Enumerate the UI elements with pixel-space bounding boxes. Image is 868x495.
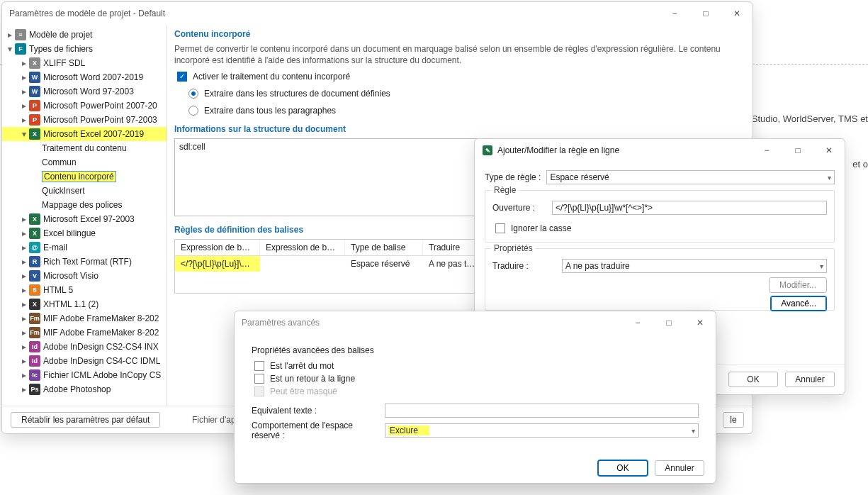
linebreak-row[interactable]: Est un retour à la ligne (252, 372, 699, 385)
chevron-right-icon[interactable]: ▸ (19, 384, 29, 394)
cell-open-expr: </?[\p{Ll}\p{Lu}]\w*[… (175, 256, 260, 272)
translate-combo[interactable]: A ne pas traduire ▾ (562, 259, 827, 273)
cell-close-expr (260, 256, 345, 272)
reset-defaults-button[interactable]: Rétablir les paramètres par défaut (11, 412, 160, 428)
chevron-right-icon[interactable]: ▸ (19, 214, 29, 224)
tree-item[interactable]: ▸FmMIF Adobe FrameMaker 8-202 (2, 311, 167, 326)
tree-item[interactable]: ▸WMicrosoft Word 97-2003 (2, 84, 167, 99)
chevron-right-icon[interactable]: ▸ (19, 370, 29, 380)
window-title: Ajouter/Modifier la règle en ligne (497, 145, 751, 155)
stopword-row[interactable]: Est l'arrêt du mot (252, 360, 699, 372)
chevron-right-icon[interactable]: ▸ (19, 243, 29, 252)
tree-item-excel2007[interactable]: ▾XMicrosoft Excel 2007-2019 (2, 127, 167, 141)
ignore-case-row[interactable]: Ignorer la casse (492, 222, 827, 235)
tree-item[interactable]: ▸PMicrosoft PowerPoint 97-2003 (2, 113, 167, 127)
tree-panel[interactable]: ▸ ≡ Modèle de projet ▾ F Types de fichie… (2, 25, 167, 406)
tree-item[interactable]: ▸5HTML 5 (2, 283, 167, 297)
tree-item[interactable]: ▸IdAdobe InDesign CS2-CS4 INX (2, 340, 167, 354)
equiv-label: Equivalent texte : (252, 406, 379, 416)
chevron-right-icon[interactable]: ▸ (19, 115, 29, 125)
tree-label: Contenu incorporé (42, 171, 116, 182)
chevron-right-icon[interactable]: ▸ (19, 356, 29, 366)
chevron-right-icon[interactable]: ▸ (19, 285, 29, 295)
footer-le-button[interactable]: le (723, 412, 744, 428)
cancel-button[interactable]: Annuler (655, 460, 704, 476)
ignore-case-checkbox[interactable] (495, 223, 505, 233)
chevron-right-icon[interactable]: ▸ (19, 72, 29, 82)
activate-checkbox[interactable]: ✓ (177, 72, 187, 82)
tree-item[interactable]: ▸VMicrosoft Visio (2, 269, 167, 283)
chevron-down-icon[interactable]: ▾ (5, 44, 15, 54)
col-open-expr[interactable]: Expression de bali… (175, 240, 260, 255)
chevron-down-icon: ▾ (828, 174, 831, 182)
minimize-button[interactable]: − (622, 311, 653, 334)
close-button[interactable]: ✕ (684, 311, 716, 334)
tree-subitem[interactable]: QuickInsert (2, 184, 167, 198)
ok-button[interactable]: OK (728, 372, 778, 387)
advanced-button[interactable]: Avancé... (770, 296, 827, 311)
powerpoint-icon: P (29, 114, 40, 126)
radio-structures[interactable] (188, 89, 198, 99)
tree-item[interactable]: ▸WMicrosoft Word 2007-2019 (2, 70, 167, 84)
tree-item[interactable]: ▸PsAdobe Photoshop (2, 382, 167, 396)
chevron-right-icon[interactable]: ▸ (5, 30, 15, 40)
tree-item[interactable]: ▸PMicrosoft PowerPoint 2007-20 (2, 99, 167, 113)
cell-tag-type: Espace réservé (345, 256, 423, 272)
cancel-button[interactable]: Annuler (785, 372, 835, 387)
radio-all-row[interactable]: Extraire dans tous les paragraphes (174, 104, 744, 117)
chevron-right-icon[interactable]: ▸ (19, 87, 29, 96)
tree-label: Microsoft Excel 2007-2019 (43, 129, 144, 139)
col-close-expr[interactable]: Expression de bali… (260, 240, 345, 255)
equiv-textbox[interactable] (385, 404, 699, 418)
chevron-right-icon[interactable]: ▸ (19, 313, 29, 323)
ok-button[interactable]: OK (598, 460, 648, 476)
close-button[interactable]: ✕ (721, 2, 753, 25)
tree-label: Modèle de projet (29, 30, 92, 40)
chevron-right-icon[interactable]: ▸ (19, 342, 29, 352)
close-button[interactable]: ✕ (813, 139, 845, 162)
minimize-button[interactable]: − (751, 139, 782, 162)
maximize-button[interactable]: □ (782, 139, 813, 162)
tree-item[interactable]: ▸XExcel bilingue (2, 226, 167, 240)
activate-row[interactable]: ✓ Activer le traitement du contenu incor… (174, 70, 744, 83)
chevron-right-icon[interactable]: ▸ (19, 228, 29, 238)
tree-item[interactable]: ▸FmMIF Adobe FrameMaker 8-202 (2, 326, 167, 340)
tree-subitem[interactable]: Commun (2, 155, 167, 169)
radio-all[interactable] (188, 106, 198, 116)
chevron-right-icon[interactable]: ▸ (19, 299, 29, 309)
tree-item[interactable]: ▸XXLIFF SDL (2, 56, 167, 70)
modify-button[interactable]: Modifier... (769, 277, 827, 293)
project-icon: ≡ (15, 29, 26, 40)
tree-subitem-embedded-content[interactable]: Contenu incorporé (2, 169, 167, 184)
equiv-row: Equivalent texte : (252, 404, 699, 418)
tree-item[interactable]: ▸XMicrosoft Excel 97-2003 (2, 212, 167, 226)
tree-types[interactable]: ▾ F Types de fichiers (2, 42, 167, 56)
chevron-right-icon[interactable]: ▸ (19, 328, 29, 338)
chevron-down-icon[interactable]: ▾ (19, 129, 29, 139)
minimize-button[interactable]: − (659, 2, 690, 25)
maximize-button[interactable]: □ (653, 311, 684, 334)
doc-structure-value: sdl:cell (179, 142, 205, 152)
chevron-right-icon[interactable]: ▸ (19, 271, 29, 281)
tree-subitem[interactable]: Mappage des polices (2, 198, 167, 212)
tree-root[interactable]: ▸ ≡ Modèle de projet (2, 28, 167, 42)
tree-item[interactable]: ▸IdAdobe InDesign CS4-CC IDML (2, 354, 167, 368)
tree-item[interactable]: ▸RRich Text Format (RTF) (2, 255, 167, 269)
col-tag-type[interactable]: Type de balise (345, 240, 423, 255)
tree-item[interactable]: ▸IcFichier ICML Adobe InCopy CS (2, 368, 167, 382)
tree-item[interactable]: ▸XXHTML 1.1 (2) (2, 297, 167, 311)
translate-value: A ne pas traduire (565, 261, 630, 271)
chevron-right-icon[interactable]: ▸ (19, 101, 29, 111)
linebreak-checkbox[interactable] (254, 374, 264, 384)
radio-structures-row[interactable]: Extraire dans les structures de document… (174, 87, 744, 100)
stopword-checkbox[interactable] (254, 361, 264, 371)
chevron-right-icon[interactable]: ▸ (19, 257, 29, 267)
tree-item[interactable]: ▸@E-mail (2, 240, 167, 255)
tree-subitem[interactable]: Traitement du contenu (2, 141, 167, 155)
rule-type-combo[interactable]: Espace réservé ▾ (546, 170, 835, 184)
chevron-right-icon[interactable]: ▸ (19, 58, 29, 68)
opening-textbox[interactable]: </?[\p{Ll}\p{Lu}]\w*[^<>]*> (552, 201, 827, 215)
behaviour-combo[interactable]: Exclure ▾ (385, 423, 699, 438)
maximize-button[interactable]: □ (690, 2, 721, 25)
tree-label: Rich Text Format (RTF) (43, 257, 132, 267)
